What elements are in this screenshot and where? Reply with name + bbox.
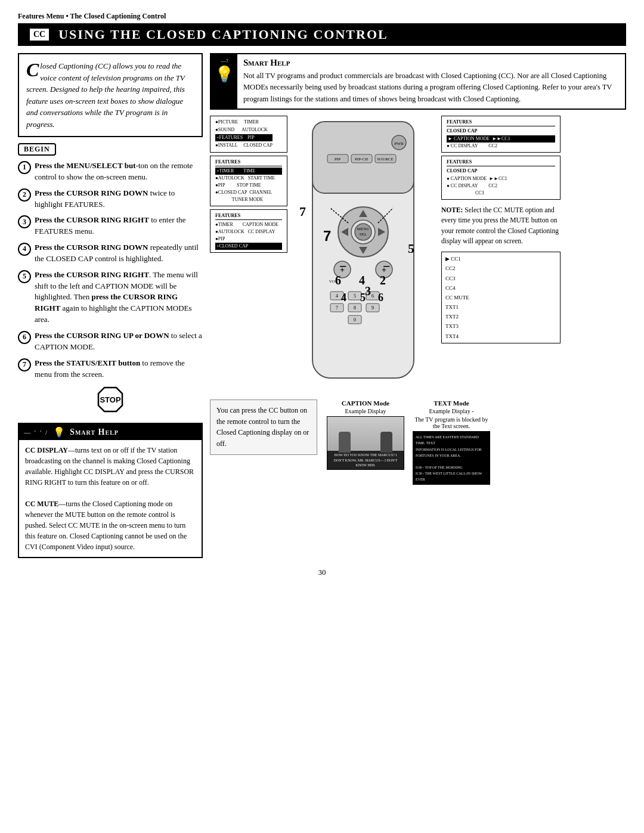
cc-list-item-cc4: CC4 <box>445 283 556 293</box>
step-overlay-2: 2 <box>380 274 386 287</box>
step-overlay-6: 6 <box>335 274 341 287</box>
step-overlay-4b: 4 <box>341 292 346 304</box>
svg-text:PWR: PWR <box>394 141 404 146</box>
menu-card-3: FEATURES ●TIMER CAPTION MODE ●AUTOLOCK C… <box>210 209 287 253</box>
svg-text:0: 0 <box>354 317 356 323</box>
text-mode-img: ALL TIMES ARE EASTERN STANDARD TIME. TEX… <box>413 431 490 485</box>
cc-mute-label: CC MUTE <box>25 500 58 508</box>
cc-list-item-cc3: CC3 <box>445 274 556 283</box>
svg-text:MENU: MENU <box>357 227 370 231</box>
smart-help-bottom-box: — ′ ′ / 💡 Smart Help CC DISPLAY—turns te… <box>18 423 203 558</box>
step-num-7: 7 <box>18 358 31 371</box>
step-4: 4 Press the CURSOR RING DOWN repeatedly … <box>18 242 203 265</box>
svg-text:8: 8 <box>354 305 356 311</box>
intro-text: losed Captioning (CC) allows you to read… <box>26 61 185 129</box>
step-overlay-4: 4 <box>359 274 365 287</box>
menu-card-4: FEATURES CLOSED CAP ► CAPTION MODE ►►CC1… <box>441 116 561 153</box>
bulb-icon-bottom: 💡 <box>53 426 65 438</box>
cc-button-note: You can press the CC button on the remot… <box>210 400 317 454</box>
cc-list-box: ▶ CC1 CC2 CC3 CC4 CC MUTE TXT1 TXT2 TXT3… <box>441 252 561 343</box>
smart-help-top-icon-area: — ′/ 💡 <box>211 54 237 109</box>
cc-list-item-cc2: CC2 <box>445 264 556 273</box>
step-3: 3 Press the CURSOR RING RIGHT to enter t… <box>18 215 203 237</box>
step-num-5: 5 <box>18 270 31 283</box>
cc-button-note-text: You can press the CC button on the remot… <box>216 406 309 448</box>
svg-text:6: 6 <box>371 293 374 299</box>
step-7: 7 Press the STATUS/EXIT button to remove… <box>18 358 203 380</box>
smart-help-bottom-title: Smart Help <box>70 428 119 437</box>
begin-badge: BEGIN <box>18 143 56 156</box>
svg-text:SOURCE: SOURCE <box>377 157 394 162</box>
caption-mode-img: HOW DO YOU KNOW THE MARCUS? I DON'T KNOW… <box>327 416 404 470</box>
right-screen-menus: FEATURES CLOSED CAP ► CAPTION MODE ►►CC1… <box>441 116 561 343</box>
step-overlay-minus2: − <box>383 259 391 274</box>
svg-text:9: 9 <box>371 305 374 311</box>
step-text-5: Press the CURSOR RING RIGHT. The menu wi… <box>35 270 203 326</box>
step-text-3: Press the CURSOR RING RIGHT to enter the… <box>35 215 203 237</box>
smart-help-top-content: Smart Help Not all TV programs and produ… <box>237 54 625 109</box>
dash-decoration: — ′/ <box>221 58 228 64</box>
menu-card-5: FEATURES CLOSED CAP ● CAPTION MODE ►►CC1… <box>441 156 561 200</box>
remote-control-area: PWR PIP PIP-CH SOURCE <box>295 116 438 392</box>
step-overlay-minus: − <box>339 259 347 274</box>
text-mode-sublabel: Example Display - <box>413 408 490 414</box>
step-text-2: Press the CURSOR RING DOWN twice to high… <box>35 188 203 210</box>
caption-sample-text: HOW DO YOU KNOW THE MARCUS? I DON'T KNOW… <box>329 453 402 467</box>
example-displays: CAPTION Mode Example Display HOW DO YOU … <box>327 400 490 485</box>
step-num-2: 2 <box>18 188 31 202</box>
smart-help-top-text: Not all TV programs and product commerci… <box>243 70 619 105</box>
cc-list-item-txt1: TXT1 <box>445 302 556 312</box>
features-menu-label: Features Menu • The Closed Captioning Co… <box>18 12 626 21</box>
main-content: C losed Captioning (CC) allows you to re… <box>18 53 626 558</box>
svg-text:SEL: SEL <box>360 232 367 237</box>
intro-box: C losed Captioning (CC) allows you to re… <box>18 53 203 137</box>
svg-text:PIP-CH: PIP-CH <box>355 157 368 162</box>
cc-list-item-ccmute: CC MUTE <box>445 293 556 302</box>
right-column: — ′/ 💡 Smart Help Not all TV programs an… <box>210 53 626 558</box>
page-title-bar: CC Using the Closed Captioning Control <box>18 23 626 46</box>
step-6: 6 Press the CURSOR RING UP or DOWN to se… <box>18 330 203 353</box>
cc-list-item-txt3: TXT3 <box>445 321 556 331</box>
step-overlay-6b: 6 <box>378 292 383 304</box>
step-text-1: Press the MENU/SELECT but-ton on the rem… <box>35 160 203 183</box>
step-5: 5 Press the CURSOR RING RIGHT. The menu … <box>18 270 203 326</box>
step-text-7: Press the STATUS/EXIT button to remove t… <box>35 358 203 380</box>
step-2: 2 Press the CURSOR RING DOWN twice to hi… <box>18 188 203 210</box>
smart-help-top-title: Smart Help <box>243 58 619 68</box>
caption-mode-label: CAPTION Mode <box>327 400 404 407</box>
smart-help-bottom-content: CC DISPLAY—turns text on or off if the T… <box>19 440 202 557</box>
cc-list-item-txt2: TXT2 <box>445 312 556 321</box>
steps-section: BEGIN 1 Press the MENU/SELECT but-ton on… <box>18 143 203 417</box>
step-overlay-3: 3 <box>365 284 371 298</box>
menu-card-2: FEATURES +TIMER TIME ●AUTOLOCK START TIM… <box>210 156 287 206</box>
step-1: 1 Press the MENU/SELECT but-ton on the r… <box>18 160 203 183</box>
step-overlay-7: 7 <box>299 204 306 219</box>
svg-text:PIP: PIP <box>335 157 340 162</box>
svg-text:4: 4 <box>336 293 338 299</box>
text-mode-lines: ALL TIMES ARE EASTERN STANDARD TIME. TEX… <box>416 434 487 485</box>
stop-badge: STOP <box>18 385 203 417</box>
smart-help-top-box: — ′/ 💡 Smart Help Not all TV programs an… <box>210 53 626 110</box>
text-mode-label: TEXT Mode <box>413 400 490 407</box>
remote-svg: PWR PIP PIP-CH SOURCE <box>295 116 438 390</box>
cc-list-item-cc1: ▶ CC1 <box>445 254 556 264</box>
svg-text:STOP: STOP <box>100 395 120 404</box>
note-label: NOTE: <box>441 206 463 213</box>
step-text-4: Press the CURSOR RING DOWN repeatedly un… <box>35 242 203 265</box>
middle-area: ●PICTURE TIMER ●SOUND AUTOLOCK +FEATURES… <box>210 116 626 392</box>
step-num-3: 3 <box>18 215 31 228</box>
text-mode-desc: The TV program is blocked by the Text sc… <box>413 416 490 429</box>
bottom-section: You can press the CC button on the remot… <box>210 400 626 485</box>
menu-card-1: ●PICTURE TIMER ●SOUND AUTOLOCK +FEATURES… <box>210 116 287 153</box>
page-title: Using the Closed Captioning Control <box>58 27 388 42</box>
note-box: NOTE: Select the CC MUTE option and ever… <box>441 205 561 246</box>
step-overlay-5b: 5 <box>360 292 366 304</box>
cc-list-item-txt4: TXT4 <box>445 332 556 341</box>
cc-badge: CC <box>30 29 49 41</box>
step-num-1: 1 <box>18 161 31 174</box>
decorative-c: C <box>26 60 39 79</box>
step-text-6: Press the CURSOR RING UP or DOWN to sele… <box>35 330 203 353</box>
left-column: C losed Captioning (CC) allows you to re… <box>18 53 203 558</box>
step-overlay-5: 5 <box>408 241 414 256</box>
text-mode-example: TEXT Mode Example Display - The TV progr… <box>413 400 490 485</box>
